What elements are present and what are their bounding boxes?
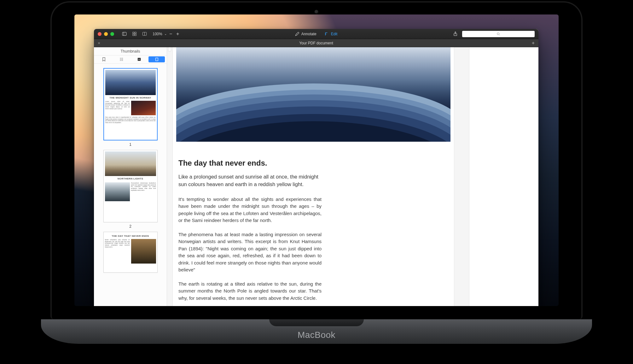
sidebar-tab-thumbnails[interactable] [148,56,165,62]
document-viewer[interactable]: The day that never ends. Like a prolonge… [167,47,469,306]
document-lead: Like a prolonged sunset and sunrise all … [178,173,322,188]
svg-rect-4 [132,34,134,36]
svg-rect-0 [122,32,126,35]
zoom-in-button[interactable]: + [175,31,181,37]
new-tab-button[interactable]: + [532,41,535,46]
sidebar-mode-tabs: A [94,55,167,64]
thumbnail-page-3[interactable]: THE DAY THAT NEVER ENDS Ipsam voluptatem… [103,232,158,273]
minimize-window-button[interactable] [104,32,108,36]
view-grid-button[interactable] [131,31,138,37]
document-paragraph: It's tempting to wonder about all the si… [178,196,322,224]
chevron-down-icon[interactable]: ⌄ [164,32,167,36]
annotate-mode-button[interactable]: Annotate [295,32,316,36]
document-page: The day that never ends. Like a prolonge… [173,47,454,306]
document-title: The day that never ends. [178,159,322,168]
sidebar-header: Thumbnails [94,47,167,55]
sidebar: Thumbnails A [94,47,167,306]
svg-point-9 [497,32,499,35]
annotate-label: Annotate [301,32,316,36]
edit-label: Edit [331,32,338,36]
ruler-handle[interactable] [168,47,171,51]
tab-title[interactable]: Your PDF document [299,41,333,45]
window-controls [98,32,114,36]
tab-bar: × Your PDF document + [94,39,538,47]
close-window-button[interactable] [98,32,102,36]
view-two-page-button[interactable] [141,31,148,37]
toggle-sidebar-button[interactable] [120,31,128,37]
thumb-title: NORTHERN LIGHTS [105,177,156,180]
thumbnail-list[interactable]: THE MIDNIGHT SUN IN NORWAY Lorem ipsum d… [94,64,167,306]
zoom-level[interactable]: 100% [153,32,162,36]
thumb-number: 2 [103,224,158,229]
svg-rect-5 [135,34,136,36]
svg-point-11 [120,58,121,59]
svg-line-10 [499,35,500,35]
thumbnail-page-1[interactable]: THE MIDNIGHT SUN IN NORWAY Lorem ipsum d… [103,68,158,147]
search-input[interactable] [462,31,535,37]
zoom-out-button[interactable]: − [168,31,174,37]
hero-image [176,47,450,142]
pdf-app-window: 100% ⌄ − + Annotate Edit [94,29,538,306]
macbook-label: MacBook [298,330,335,340]
toolbar: 100% ⌄ − + Annotate Edit [94,29,538,39]
fullscreen-window-button[interactable] [110,32,114,36]
sidebar-tab-outline[interactable] [113,56,130,62]
close-tab-button[interactable]: × [98,41,100,45]
thumb-title: THE DAY THAT NEVER ENDS [105,235,156,238]
share-button[interactable] [451,31,459,37]
svg-rect-2 [132,32,134,34]
thumb-number: 1 [103,142,158,147]
svg-point-13 [120,60,121,61]
sidebar-tab-annotations[interactable]: A [131,56,148,62]
svg-rect-19 [155,58,158,61]
edit-mode-button[interactable]: Edit [325,32,338,36]
search-icon [497,32,500,36]
thumb-title: THE MIDNIGHT SUN IN NORWAY [105,96,156,100]
thumbnail-page-2[interactable]: NORTHERN LIGHTS Accusantium doloremque l… [103,150,158,229]
macbook-base: MacBook [41,319,592,344]
inspector-panel [469,47,538,306]
svg-point-12 [120,59,121,60]
svg-rect-3 [135,32,136,34]
document-paragraph: The phenomena has at least made a lastin… [178,231,322,274]
camera-dot [314,10,319,14]
sidebar-tab-bookmarks[interactable] [96,56,112,62]
document-paragraph: The earth is rotating at a tilted axis r… [178,281,322,302]
desktop-wallpaper: 100% ⌄ − + Annotate Edit [74,14,559,306]
svg-text:A: A [138,58,140,61]
